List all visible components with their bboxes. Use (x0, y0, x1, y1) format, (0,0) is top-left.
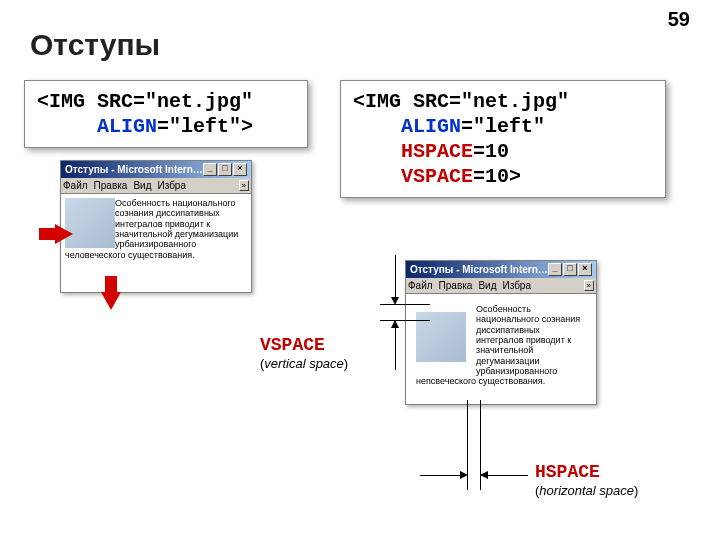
guide-line (380, 304, 430, 305)
attr-vspace: VSPACE (401, 165, 473, 188)
measure-line (486, 475, 528, 476)
browser-window-right: Отступы - Microsoft Intern… _ □ × Файл П… (405, 260, 597, 405)
code-line: <IMG SRC="net.jpg" (37, 90, 253, 113)
menu-item: Файл (63, 180, 88, 191)
hspace-label: HSPACE (535, 462, 600, 482)
arrow-down-icon (101, 292, 121, 310)
chevron-icon: » (584, 280, 594, 291)
measure-line (395, 255, 396, 299)
page-number: 59 (668, 8, 690, 31)
window-title: Отступы - Microsoft Intern… (410, 264, 548, 275)
arrowhead-left-icon (480, 471, 488, 479)
measure-line (420, 475, 462, 476)
maximize-icon: □ (563, 263, 577, 276)
arrow-right-icon (55, 224, 73, 244)
hspace-description: (horizontal space) (535, 483, 638, 498)
chevron-icon: » (239, 180, 249, 191)
code-rest: =10> (473, 165, 521, 188)
content-area: Особенность национального сознания дисси… (406, 294, 596, 404)
slide-title: Отступы (30, 28, 160, 62)
vspace-description: (vertical space) (260, 356, 348, 371)
menu-item: Вид (478, 280, 496, 291)
titlebar: Отступы - Microsoft Intern… _ □ × (406, 261, 596, 278)
vspace-label: VSPACE (260, 335, 325, 355)
code-indent (37, 115, 97, 138)
measure-line (395, 326, 396, 370)
code-rest: ="left"> (157, 115, 253, 138)
minimize-icon: _ (203, 163, 217, 176)
arrowhead-up-icon (391, 320, 399, 328)
menubar: Файл Правка Вид Избра » (406, 278, 596, 294)
arrowhead-right-icon (460, 471, 468, 479)
titlebar: Отступы - Microsoft Intern… _ □ × (61, 161, 251, 178)
code-indent (353, 165, 401, 188)
code-rest: =10 (473, 140, 509, 163)
minimize-icon: _ (548, 263, 562, 276)
content-area: Особенность национального сознания дисси… (61, 194, 251, 292)
window-title: Отступы - Microsoft Intern… (65, 164, 203, 175)
close-icon: × (578, 263, 592, 276)
menu-item: Избра (502, 280, 531, 291)
code-box-hspace-vspace: <IMG SRC="net.jpg" ALIGN="left" HSPACE=1… (340, 80, 666, 198)
attr-align: ALIGN (97, 115, 157, 138)
menu-item: Правка (439, 280, 473, 291)
attr-hspace: HSPACE (401, 140, 473, 163)
menubar: Файл Правка Вид Избра » (61, 178, 251, 194)
code-indent (353, 140, 401, 163)
code-line: <IMG SRC="net.jpg" (353, 90, 569, 113)
menu-item: Файл (408, 280, 433, 291)
maximize-icon: □ (218, 163, 232, 176)
code-rest: ="left" (461, 115, 545, 138)
guide-line (380, 320, 430, 321)
browser-window-left: Отступы - Microsoft Intern… _ □ × Файл П… (60, 160, 252, 293)
menu-item: Избра (157, 180, 186, 191)
menu-item: Вид (133, 180, 151, 191)
code-box-basic: <IMG SRC="net.jpg" ALIGN="left"> (24, 80, 308, 148)
arrowhead-down-icon (391, 297, 399, 305)
attr-align: ALIGN (401, 115, 461, 138)
menu-item: Правка (94, 180, 128, 191)
code-indent (353, 115, 401, 138)
close-icon: × (233, 163, 247, 176)
